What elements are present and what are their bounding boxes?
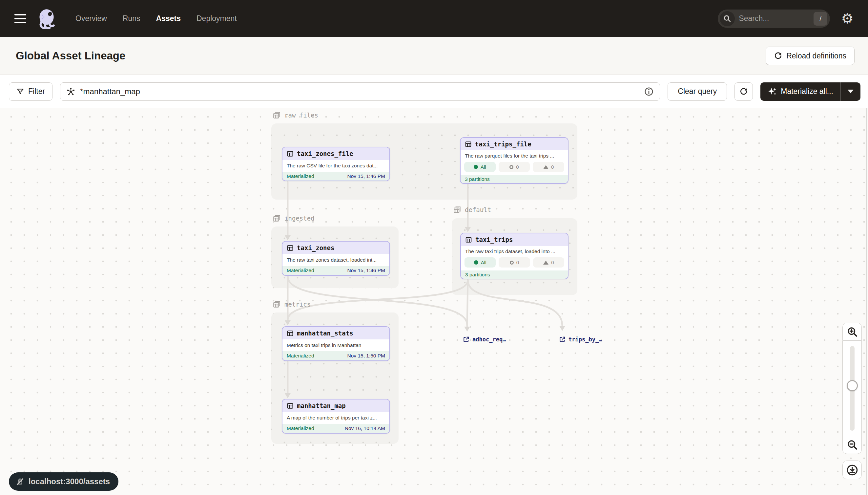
nav-link-runs[interactable]: Runs: [123, 14, 140, 23]
asset-status-bar: Materialized Nov 16, 10:14 AM: [282, 424, 389, 433]
group-label-ingested[interactable]: ingested: [272, 214, 315, 223]
asset-node-header: manhattan_map: [282, 399, 389, 412]
lineage-canvas[interactable]: raw_files ingested default: [0, 108, 868, 495]
page-title: Global Asset Lineage: [16, 50, 125, 62]
asset-status-bar: Materialized Nov 15, 1:46 PM: [282, 266, 389, 275]
zoom-out-button[interactable]: [843, 436, 862, 454]
materialize-options-dropdown[interactable]: [841, 82, 861, 101]
info-icon[interactable]: [644, 87, 654, 97]
asset-node-header: taxi_zones: [282, 242, 389, 254]
group-label-raw-files[interactable]: raw_files: [272, 111, 318, 119]
ring-icon: [510, 261, 514, 264]
partitions-materialized-badge[interactable]: All: [464, 162, 496, 172]
asset-node-taxi-trips-file[interactable]: taxi_trips_file The raw parquet files fo…: [460, 137, 568, 184]
download-image-button[interactable]: [843, 461, 862, 479]
search-icon: [720, 11, 735, 26]
partitions-failed-badge[interactable]: 0: [533, 257, 564, 268]
zoom-in-button[interactable]: [843, 323, 862, 341]
partition-badges: All 0 0: [461, 257, 568, 271]
filter-label: Filter: [28, 87, 45, 96]
url-text: localhost:3000/assets: [29, 477, 110, 486]
asset-group-icon: [272, 214, 281, 223]
asset-node-taxi-zones-file[interactable]: taxi_zones_file The raw CSV file for the…: [282, 147, 390, 181]
materialized-timestamp[interactable]: Nov 15, 1:46 PM: [348, 173, 385, 179]
zoom-slider[interactable]: [843, 341, 862, 436]
nav-link-overview[interactable]: Overview: [75, 14, 107, 23]
clear-query-button[interactable]: Clear query: [668, 82, 727, 101]
table-icon: [287, 403, 294, 409]
materialize-all-label: Materialize all...: [781, 87, 833, 96]
reload-definitions-label: Reload definitions: [786, 52, 846, 61]
asset-description: The raw taxi trips dataset, loaded into …: [461, 246, 568, 257]
group-label-metrics[interactable]: metrics: [272, 300, 311, 309]
materialized-label: Materialized: [287, 425, 314, 431]
asset-title: manhattan_map: [297, 402, 346, 409]
table-icon: [287, 244, 294, 252]
asset-node-header: manhattan_stats: [282, 327, 389, 339]
op-selector-icon: [66, 87, 75, 96]
external-asset-trips-by[interactable]: trips_by_…: [559, 336, 602, 343]
nav-links: Overview Runs Assets Deployment: [75, 14, 237, 23]
external-asset-label: adhoc_req…: [472, 336, 506, 343]
partitions-failed-badge[interactable]: 0: [533, 162, 564, 172]
materialized-timestamp[interactable]: Nov 15, 1:46 PM: [348, 268, 385, 273]
global-search[interactable]: /: [718, 10, 830, 28]
asset-group-icon: [272, 300, 281, 309]
refresh-icon: [774, 52, 782, 60]
dagster-app: Overview Runs Assets Deployment / ⚙ Glob…: [0, 0, 868, 495]
asset-node-manhattan-stats[interactable]: manhattan_stats Metrics on taxi trips in…: [282, 326, 390, 361]
external-asset-adhoc-request[interactable]: adhoc_req…: [463, 336, 506, 343]
asset-node-manhattan-map[interactable]: manhattan_map A map of the number of tri…: [282, 399, 390, 433]
asset-group-icon: [272, 111, 281, 119]
external-link-icon: [559, 336, 566, 343]
asset-group-icon: [453, 205, 462, 214]
green-dot-icon: [474, 260, 478, 264]
sparkles-icon: [768, 87, 777, 96]
asset-node-taxi-trips[interactable]: taxi_trips The raw taxi trips dataset, l…: [460, 233, 568, 279]
partitions-count: 3 partitions: [465, 272, 490, 278]
asset-description: The raw taxi zones dataset, loaded int..…: [282, 254, 389, 266]
filter-button[interactable]: Filter: [9, 82, 52, 101]
table-icon: [465, 141, 472, 148]
materialize-all-button[interactable]: Materialize all...: [760, 82, 840, 101]
refresh-graph-button[interactable]: [734, 82, 753, 101]
asset-status-bar: Materialized Nov 15, 1:46 PM: [282, 172, 389, 181]
settings-gear-icon[interactable]: ⚙: [841, 12, 854, 25]
partitions-materialized-badge[interactable]: All: [464, 257, 496, 268]
asset-selection-input[interactable]: [80, 87, 639, 96]
canvas-right-border: [866, 108, 867, 495]
browser-url-statusbar: localhost:3000/assets: [9, 472, 119, 491]
zoom-slider-thumb[interactable]: [847, 380, 858, 391]
asset-node-taxi-zones[interactable]: taxi_zones The raw taxi zones dataset, l…: [282, 241, 390, 276]
asset-title: taxi_trips_file: [475, 140, 531, 148]
asset-title: manhattan_stats: [297, 329, 353, 337]
nav-link-deployment[interactable]: Deployment: [196, 14, 237, 23]
nav-link-assets[interactable]: Assets: [156, 14, 181, 23]
materialized-timestamp[interactable]: Nov 15, 1:50 PM: [348, 353, 385, 359]
asset-selection-input-wrap: [60, 82, 660, 101]
refresh-icon: [739, 87, 748, 96]
materialized-timestamp[interactable]: Nov 16, 10:14 AM: [345, 425, 385, 431]
group-label-text: raw_files: [284, 112, 318, 119]
partitions-count: 3 partitions: [465, 176, 490, 182]
table-icon: [287, 150, 294, 157]
insecure-lock-icon: [15, 477, 24, 486]
partitions-missing-badge[interactable]: 0: [499, 162, 530, 172]
download-icon: [846, 464, 858, 476]
materialized-label: Materialized: [287, 268, 314, 273]
asset-node-header: taxi_zones_file: [282, 148, 389, 160]
partitions-missing-badge[interactable]: 0: [499, 257, 530, 268]
reload-definitions-button[interactable]: Reload definitions: [766, 47, 854, 65]
search-input[interactable]: [739, 14, 791, 23]
group-label-default[interactable]: default: [453, 205, 491, 214]
asset-status-bar: Materialized Nov 15, 1:50 PM: [282, 351, 389, 360]
dagster-logo[interactable]: [35, 8, 57, 30]
zoom-controls: [843, 323, 862, 454]
hamburger-menu-icon[interactable]: [14, 14, 26, 23]
materialized-label: Materialized: [287, 353, 314, 359]
triangle-icon: [543, 261, 548, 264]
ring-icon: [510, 165, 513, 169]
asset-title: taxi_zones_file: [297, 150, 353, 157]
chevron-down-icon: [848, 90, 854, 93]
lineage-toolbar: Filter Clear query: [0, 75, 868, 108]
